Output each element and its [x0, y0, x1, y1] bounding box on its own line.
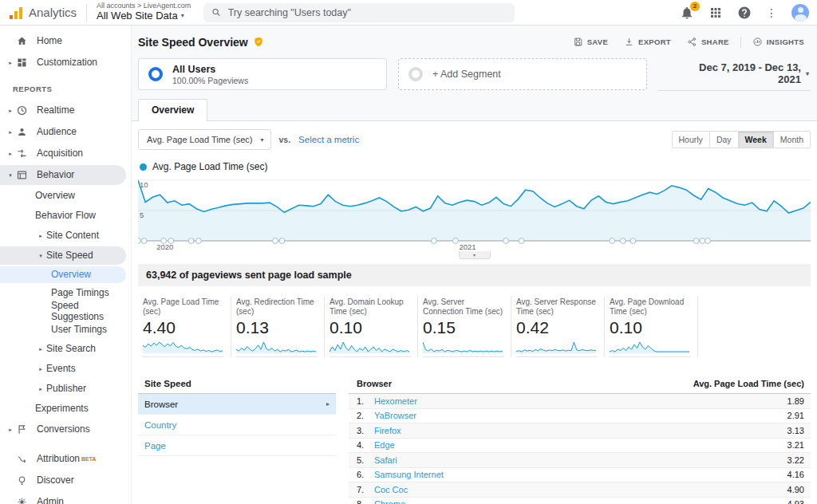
metric-label: Avg. Page Download Time (sec)	[610, 297, 691, 317]
admin-icon	[16, 496, 29, 504]
sidebar-item-label: Events	[46, 361, 76, 377]
save-button[interactable]: SAVE	[566, 33, 614, 50]
sidebar-item-user-timings[interactable]: User Timings	[0, 321, 131, 339]
table-row-firefox: 3.Firefox3.13	[349, 423, 811, 439]
sidebar-item-events[interactable]: ▸Events	[0, 359, 131, 379]
search-icon	[211, 7, 221, 18]
annotations-toggle-button[interactable]: ▾	[459, 251, 491, 259]
beta-badge: BETA	[81, 456, 97, 462]
dimension-row-page[interactable]: Page	[138, 435, 336, 456]
chevron-right-icon[interactable]: ▸	[5, 108, 16, 114]
browser-link[interactable]: Safari	[374, 455, 397, 465]
browser-link[interactable]: Hexometer	[374, 396, 417, 406]
chevron-down-icon[interactable]: ▾	[5, 172, 16, 179]
export-button[interactable]: EXPORT	[618, 33, 677, 50]
avg-page-load-time-chart[interactable]: 51020202021	[138, 174, 811, 251]
browser-link[interactable]: YaBrowser	[374, 411, 416, 420]
insights-button[interactable]: INSIGHTS	[746, 33, 811, 50]
sidebar-item-label: Behavior	[37, 167, 74, 183]
notifications-bell-icon[interactable]: 2	[680, 6, 694, 20]
sidebar-item-discover[interactable]: Discover	[0, 470, 131, 491]
chevron-right-icon[interactable]: ▸	[35, 233, 46, 239]
tab-overview[interactable]: Overview	[138, 99, 207, 121]
analytics-logo-icon[interactable]	[10, 6, 22, 19]
behavior-icon	[16, 169, 29, 182]
attribution-icon	[16, 453, 29, 466]
sidebar-item-audience[interactable]: ▸Audience	[0, 121, 131, 143]
dimension-row-browser[interactable]: Browser▸	[138, 394, 336, 415]
sidebar-item-overview[interactable]: Overview	[0, 186, 131, 206]
dimension-row-country[interactable]: Country	[138, 415, 336, 435]
sidebar-item-speed-suggestions[interactable]: Speed Suggestions	[0, 302, 131, 321]
browser-link[interactable]: Samsung Internet	[374, 470, 444, 479]
page-title: Site Speed Overview	[138, 36, 264, 49]
granularity-day-button[interactable]: Day	[710, 131, 739, 148]
chevron-right-icon[interactable]: ▸	[5, 60, 16, 66]
metric-summary-cards: Avg. Page Load Time (sec)4.40Avg. Redire…	[138, 296, 811, 357]
add-segment-button[interactable]: + Add Segment	[398, 58, 647, 90]
select-a-metric-link[interactable]: Select a metric	[298, 135, 359, 144]
table-row-edge: 4.Edge3.21	[349, 439, 811, 454]
svg-text:2021: 2021	[460, 242, 476, 251]
sample-note: 63,942 of pageviews sent page load sampl…	[138, 264, 811, 286]
browser-link[interactable]: Edge	[374, 440, 395, 450]
sidebar-item-overview[interactable]: Overview	[0, 266, 131, 284]
chevron-right-icon[interactable]: ▸	[5, 151, 16, 157]
avg-page-load-value: 2.91	[787, 411, 804, 420]
sidebar-item-label: Publisher	[46, 381, 86, 397]
sidebar-item-label: Behavior Flow	[35, 208, 96, 224]
help-icon[interactable]	[737, 6, 752, 20]
browser-link[interactable]: Firefox	[374, 426, 401, 435]
sidebar-item-experiments[interactable]: Experiments	[0, 399, 131, 419]
chevron-right-icon[interactable]: ▸	[35, 346, 46, 352]
sidebar-item-home[interactable]: Home	[0, 30, 131, 52]
sidebar-item-site-content[interactable]: ▸Site Content	[0, 226, 131, 246]
segment-ring-icon	[148, 67, 163, 81]
sidebar-item-realtime[interactable]: ▸Realtime	[0, 100, 131, 121]
sidebar-item-behavior-flow[interactable]: Behavior Flow	[0, 206, 131, 226]
metric-sparkline	[236, 339, 318, 357]
sidebar-item-label: Experiments	[35, 401, 89, 417]
metric-card-avg-page-download-time-sec-[interactable]: Avg. Page Download Time (sec)0.10	[605, 296, 698, 357]
chevron-right-icon[interactable]: ▸	[35, 366, 46, 372]
column-browser: Browser	[357, 379, 392, 388]
table-row-chrome: 8.Chrome4.93	[349, 498, 811, 504]
metric-card-avg-page-load-time-sec-[interactable]: Avg. Page Load Time (sec)4.40	[138, 296, 231, 357]
metric-select-dropdown[interactable]: Avg. Page Load Time (sec) ▾	[138, 129, 271, 150]
segment-all-users[interactable]: All Users 100.00% Pageviews	[138, 58, 387, 90]
chevron-right-icon[interactable]: ▸	[5, 427, 16, 433]
granularity-month-button[interactable]: Month	[774, 131, 811, 148]
granularity-hourly-button[interactable]: Hourly	[672, 131, 710, 148]
date-range-selector[interactable]: Dec 7, 2019 - Dec 13, 2021 ▾	[658, 58, 811, 91]
acquisition-icon	[16, 148, 29, 160]
granularity-week-button[interactable]: Week	[739, 131, 774, 148]
metric-sparkline	[610, 339, 691, 357]
sidebar-item-behavior[interactable]: ▾Behavior	[0, 164, 131, 186]
row-rank: 4.	[357, 440, 374, 450]
sidebar-item-customization[interactable]: ▸Customization	[0, 52, 131, 73]
sidebar-item-admin[interactable]: Admin	[0, 491, 131, 504]
sidebar-item-attribution[interactable]: AttributionBETA	[0, 448, 131, 470]
chevron-right-icon[interactable]: ▸	[5, 129, 16, 136]
metric-card-avg-redirection-time-sec-[interactable]: Avg. Redirection Time (sec)0.13	[231, 296, 325, 357]
share-button[interactable]: SHARE	[681, 33, 736, 50]
sidebar-item-conversions[interactable]: ▸Conversions	[0, 419, 131, 440]
metric-card-avg-domain-lookup-time-sec-[interactable]: Avg. Domain Lookup Time (sec)0.10	[325, 296, 418, 357]
more-options-kebab-icon[interactable]: ⋮	[766, 6, 777, 19]
chevron-down-icon[interactable]: ▾	[35, 253, 46, 259]
chevron-right-icon[interactable]: ▸	[35, 386, 46, 392]
apps-grid-icon[interactable]	[708, 6, 723, 20]
timeseries-chart[interactable]: 51020202021 ▾	[138, 174, 811, 259]
user-avatar[interactable]	[791, 4, 809, 22]
browser-link[interactable]: Chrome	[374, 499, 405, 504]
sidebar-item-site-speed[interactable]: ▾Site Speed	[0, 246, 131, 266]
sidebar-item-acquisition[interactable]: ▸Acquisition	[0, 143, 131, 164]
sidebar-item-publisher[interactable]: ▸Publisher	[0, 379, 131, 399]
browser-link[interactable]: Coc Coc	[374, 485, 408, 494]
sidebar-item-site-search[interactable]: ▸Site Search	[0, 339, 131, 359]
search-bar[interactable]	[203, 3, 515, 22]
metric-card-avg-server-response-time-sec-[interactable]: Avg. Server Response Time (sec)0.42	[511, 296, 605, 357]
account-switcher[interactable]: All accounts > LiveAgent.com All Web Sit…	[97, 2, 191, 22]
search-input[interactable]	[228, 7, 507, 18]
metric-card-avg-server-connection-time-sec-[interactable]: Avg. Server Connection Time (sec)0.15	[418, 296, 511, 357]
